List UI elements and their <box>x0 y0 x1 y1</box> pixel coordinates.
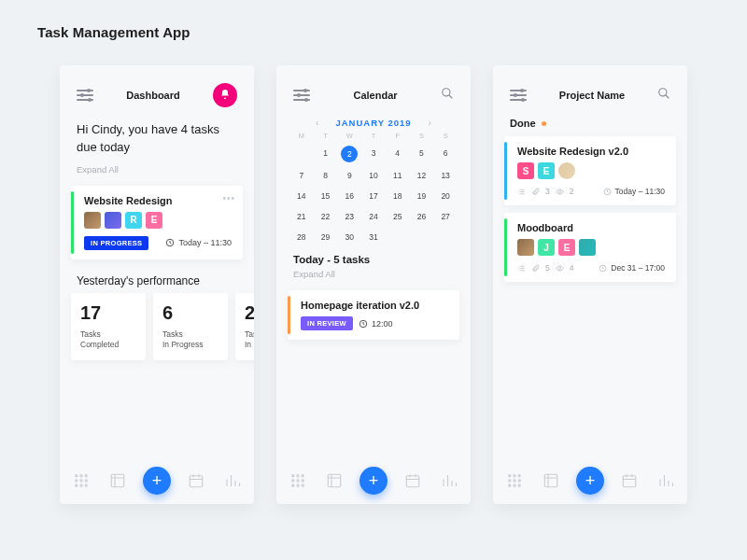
performance-stats: 17 TasksCompleted 6 TasksIn Progress 2 T… <box>60 293 254 360</box>
calendar-day[interactable]: 10 <box>361 168 386 183</box>
nav-calendar-icon[interactable] <box>186 470 206 491</box>
calendar-dow: S <box>410 132 434 140</box>
task-card[interactable]: Moodboard J E 5 4 Dec 31 – 17:00 <box>504 213 676 282</box>
calendar-day[interactable]: 14 <box>289 189 314 203</box>
svg-point-1 <box>76 475 78 477</box>
add-button[interactable]: + <box>143 467 171 495</box>
avatar[interactable]: S <box>517 162 534 179</box>
avatar[interactable] <box>517 239 534 256</box>
avatar[interactable]: R <box>125 212 142 229</box>
filter-icon[interactable] <box>77 89 93 102</box>
avatar[interactable]: E <box>538 162 555 179</box>
calendar-day[interactable]: 30 <box>337 230 361 245</box>
calendar-day[interactable]: 12 <box>410 168 434 183</box>
nav-calendar-icon[interactable] <box>619 470 640 491</box>
stat-card[interactable]: 17 TasksCompleted <box>71 293 146 360</box>
avatar[interactable] <box>105 212 121 229</box>
stat-card[interactable]: 2 TasksIn Rev <box>235 293 254 360</box>
calendar-day[interactable]: 25 <box>386 209 410 224</box>
nav-list-icon[interactable] <box>107 470 128 491</box>
calendar-day[interactable]: 28 <box>289 230 314 245</box>
calendar-day[interactable]: 24 <box>361 209 386 224</box>
avatar[interactable] <box>558 162 575 179</box>
svg-point-22 <box>302 484 303 486</box>
calendar-day[interactable]: 26 <box>410 209 434 224</box>
calendar-day[interactable]: 23 <box>337 209 361 224</box>
search-button[interactable] <box>441 87 454 104</box>
nav-grid-icon[interactable] <box>71 470 92 491</box>
calendar-day[interactable]: 5 <box>410 146 434 162</box>
avatar[interactable] <box>579 239 596 256</box>
add-button[interactable]: + <box>576 467 604 495</box>
screen-title: Project Name <box>559 90 625 101</box>
search-button[interactable] <box>657 87 670 104</box>
calendar-day[interactable]: 9 <box>337 168 361 183</box>
calendar-day[interactable]: 1 <box>314 146 338 162</box>
calendar-day[interactable]: 7 <box>289 168 314 183</box>
task-card[interactable]: Homepage iteration v2.0 IN REVIEW 12:00 <box>288 290 459 340</box>
status-stripe <box>504 218 507 276</box>
calendar-day[interactable]: 4 <box>386 146 410 162</box>
stat-card[interactable]: 6 TasksIn Progress <box>153 293 228 360</box>
calendar-day[interactable]: 13 <box>433 168 458 183</box>
more-icon[interactable]: ••• <box>222 193 235 203</box>
filter-icon[interactable] <box>293 89 310 102</box>
calendar-day[interactable]: 21 <box>289 209 314 224</box>
svg-point-16 <box>302 475 303 477</box>
nav-calendar-icon[interactable] <box>402 470 423 491</box>
avatar[interactable] <box>84 212 101 229</box>
view-count: 4 <box>570 263 574 273</box>
calendar-day[interactable]: 27 <box>433 209 458 224</box>
prev-month-button[interactable]: ‹ <box>316 118 318 128</box>
done-section-header[interactable]: Done <box>493 108 687 133</box>
calendar-day[interactable]: 17 <box>361 189 386 203</box>
calendar-day[interactable]: 3 <box>361 146 386 162</box>
nav-list-icon[interactable] <box>541 470 561 491</box>
nav-chart-icon[interactable] <box>222 470 243 491</box>
task-card[interactable]: Website Redesign v2.0 S E 3 2 Today – 11… <box>504 136 676 205</box>
task-card[interactable]: ••• Website Redesign R E IN PROGRESS Tod… <box>71 186 243 259</box>
nav-grid-icon[interactable] <box>288 470 308 491</box>
assignee-avatars: R E <box>84 212 232 229</box>
calendar-day[interactable]: 29 <box>314 230 338 245</box>
calendar-day[interactable]: 22 <box>314 209 338 224</box>
attachment-icon <box>531 264 540 273</box>
calendar-day[interactable]: 6 <box>433 146 458 162</box>
notification-button[interactable] <box>213 83 237 107</box>
expand-all-link[interactable]: Expand All <box>276 267 471 287</box>
add-button[interactable]: + <box>359 467 388 495</box>
calendar-day[interactable]: 8 <box>314 168 338 183</box>
calendar-day[interactable]: 18 <box>386 189 410 203</box>
status-badge: IN PROGRESS <box>84 236 148 250</box>
task-title: Homepage iteration v2.0 <box>301 300 448 311</box>
svg-point-33 <box>509 480 511 482</box>
stat-label: TasksIn Progress <box>162 329 218 350</box>
expand-all-link[interactable]: Expand All <box>60 157 254 182</box>
calendar-day[interactable]: 2 <box>341 146 358 162</box>
clock-icon <box>599 264 607 273</box>
calendar-day[interactable]: 20 <box>433 189 458 203</box>
calendar-day <box>433 230 458 245</box>
calendar-day[interactable]: 11 <box>386 168 410 183</box>
svg-point-9 <box>85 484 87 486</box>
next-month-button[interactable]: › <box>429 118 431 128</box>
calendar-day[interactable]: 16 <box>337 189 361 203</box>
calendar-day <box>386 230 410 245</box>
svg-point-38 <box>518 484 520 486</box>
avatar[interactable]: E <box>146 212 162 229</box>
avatar[interactable]: J <box>538 239 555 256</box>
bottom-nav: + <box>60 467 254 495</box>
page-title: Task Management App <box>37 24 190 40</box>
avatar[interactable]: E <box>558 239 575 256</box>
svg-point-31 <box>514 475 515 477</box>
calendar-dow: M <box>289 132 314 140</box>
calendar-day[interactable]: 31 <box>361 230 386 245</box>
nav-grid-icon[interactable] <box>504 470 525 491</box>
nav-list-icon[interactable] <box>324 470 345 491</box>
greeting-text: Hi Cindy, you have 4 tasks due today <box>60 108 254 157</box>
calendar-day[interactable]: 19 <box>410 189 434 203</box>
calendar-day[interactable]: 15 <box>314 189 338 203</box>
nav-chart-icon[interactable] <box>655 470 676 491</box>
filter-icon[interactable] <box>510 89 527 102</box>
nav-chart-icon[interactable] <box>439 470 459 491</box>
